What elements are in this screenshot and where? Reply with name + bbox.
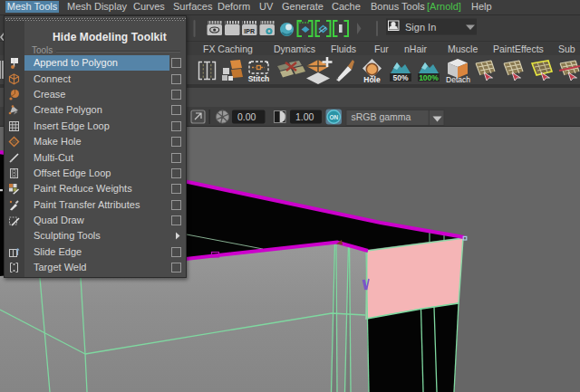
svg-text:Sign In: Sign In [405,22,436,33]
svg-text:IPR: IPR [244,28,255,34]
svg-text:ON: ON [329,114,338,120]
svg-text:Detach: Detach [446,75,470,84]
svg-text:sRGB gamma: sRGB gamma [352,111,411,122]
svg-text:Stitch: Stitch [248,74,270,83]
svg-text:100%: 100% [419,73,439,82]
svg-text:Hole: Hole [363,75,381,84]
svg-text:1.00: 1.00 [295,111,314,122]
svg-text:0.00: 0.00 [237,111,256,122]
svg-text:50%: 50% [392,73,408,82]
